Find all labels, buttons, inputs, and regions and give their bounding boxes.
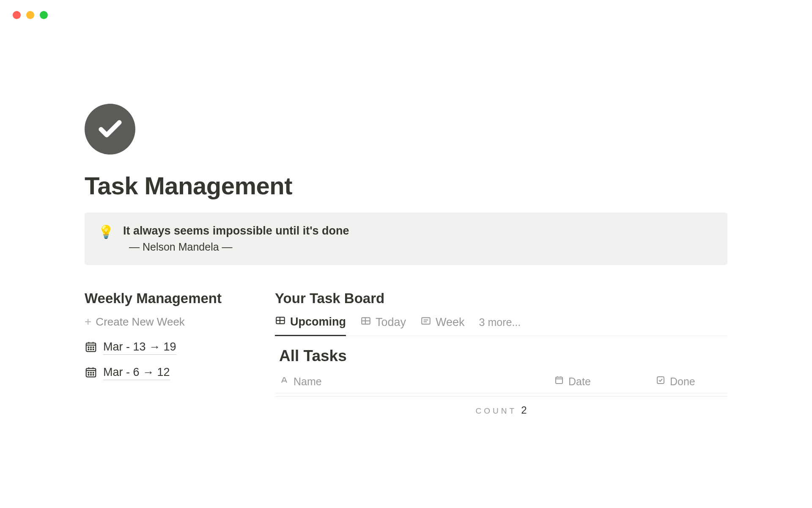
- tab-week[interactable]: Week: [420, 315, 465, 335]
- svg-point-16: [93, 372, 94, 373]
- svg-rect-34: [657, 377, 664, 384]
- tab-label: Week: [436, 316, 465, 329]
- svg-point-14: [88, 372, 89, 373]
- board-heading: Your Task Board: [275, 290, 727, 306]
- table-icon: [360, 315, 371, 329]
- svg-point-9: [93, 349, 94, 350]
- callout-block[interactable]: 💡 It always seems impossible until it's …: [85, 213, 727, 265]
- calendar-icon: [85, 340, 97, 355]
- weekly-heading: Weekly Management: [85, 290, 250, 306]
- svg-point-17: [88, 374, 89, 375]
- list-icon: [420, 315, 431, 329]
- tab-upcoming[interactable]: Upcoming: [275, 315, 346, 336]
- table-body[interactable]: [275, 393, 727, 397]
- svg-rect-30: [556, 377, 562, 384]
- window-maximize-button[interactable]: [40, 11, 48, 19]
- week-label: Mar - 13 → 19: [103, 340, 176, 355]
- column-label: Date: [568, 375, 591, 388]
- count-row: COUNT 2: [275, 397, 727, 416]
- svg-point-7: [88, 349, 89, 350]
- svg-rect-26: [422, 318, 430, 324]
- task-board-column: Your Task Board Upcoming: [275, 290, 727, 416]
- column-done[interactable]: Done: [656, 375, 723, 388]
- svg-point-8: [91, 349, 91, 350]
- callout-quote: It always seems impossible until it's do…: [123, 224, 714, 237]
- column-label: Name: [294, 375, 322, 388]
- page-title[interactable]: Task Management: [85, 171, 727, 200]
- view-tabs: Upcoming Today: [275, 315, 727, 336]
- lightbulb-icon: 💡: [98, 226, 114, 238]
- svg-point-18: [91, 374, 91, 375]
- checkmark-icon: [96, 116, 124, 143]
- window-minimize-button[interactable]: [26, 11, 34, 19]
- window-controls: [0, 0, 812, 19]
- week-item[interactable]: Mar - 13 → 19: [85, 340, 250, 355]
- page-icon-checkmark[interactable]: [85, 104, 135, 155]
- table-icon: [275, 315, 286, 329]
- tab-today[interactable]: Today: [360, 315, 406, 335]
- svg-point-5: [91, 347, 91, 348]
- svg-point-4: [88, 347, 89, 348]
- create-new-week-button[interactable]: + Create New Week: [85, 315, 250, 329]
- column-label: Done: [670, 375, 695, 388]
- view-title: All Tasks: [275, 347, 727, 365]
- create-week-label: Create New Week: [96, 315, 185, 329]
- count-value: 2: [521, 404, 527, 416]
- svg-point-6: [93, 347, 94, 348]
- week-item[interactable]: Mar - 6 → 12: [85, 366, 250, 380]
- week-label: Mar - 6 → 12: [103, 366, 170, 380]
- window-close-button[interactable]: [13, 11, 21, 19]
- table-header: Name Date: [275, 375, 727, 393]
- tab-label: Today: [376, 316, 406, 329]
- calendar-icon: [554, 375, 564, 388]
- callout-author: — Nelson Mandela —: [123, 241, 714, 253]
- plus-icon: +: [85, 315, 91, 329]
- svg-point-19: [93, 374, 94, 375]
- column-date[interactable]: Date: [554, 375, 656, 388]
- page-content: Task Management 💡 It always seems imposs…: [0, 19, 812, 416]
- svg-point-15: [91, 372, 91, 373]
- count-label: COUNT: [475, 406, 517, 415]
- tab-label: Upcoming: [290, 315, 346, 329]
- calendar-icon: [85, 366, 97, 380]
- checkbox-icon: [656, 375, 666, 388]
- tabs-more-button[interactable]: 3 more...: [479, 316, 521, 334]
- two-column-layout: Weekly Management + Create New Week: [85, 290, 727, 416]
- column-name[interactable]: Name: [279, 375, 554, 388]
- weekly-management-column: Weekly Management + Create New Week: [85, 290, 250, 416]
- text-icon: [279, 375, 289, 388]
- callout-content: It always seems impossible until it's do…: [123, 224, 714, 253]
